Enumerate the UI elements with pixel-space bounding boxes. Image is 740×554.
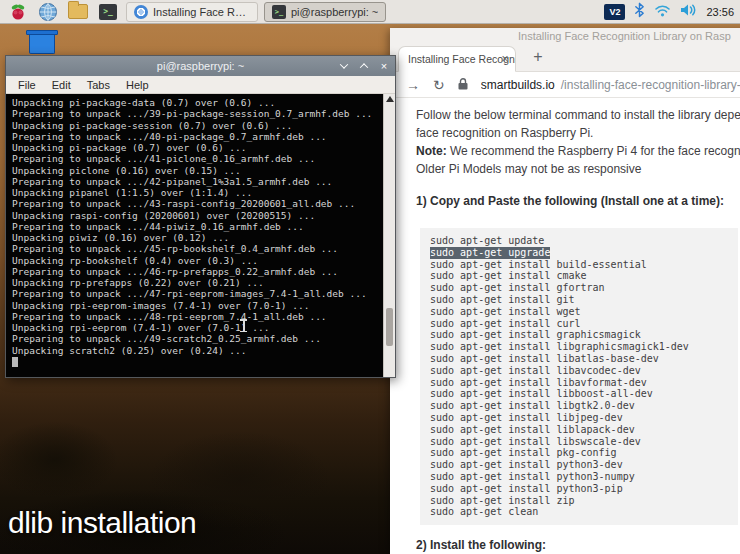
terminal-line: Preparing to unpack .../46-rp-prefapps_0… <box>12 266 381 277</box>
new-tab-button[interactable]: + <box>526 47 550 69</box>
taskbar: Installing Face Recog... pi@raspberrypi:… <box>0 0 740 24</box>
terminal-line: Unpacking scratch2 (0.25) over (0.24) ..… <box>12 345 381 356</box>
chevron-down-icon <box>340 60 348 68</box>
browser-toolbar: → ↻ smartbuilds.io/installing-face-recog… <box>390 72 740 98</box>
volume-icon[interactable] <box>680 3 697 21</box>
menu-item[interactable]: File <box>18 79 36 91</box>
code-block[interactable]: sudo apt-get updatesudo apt-get upgrades… <box>420 228 738 525</box>
lock-icon <box>458 76 468 94</box>
terminal-line: Preparing to unpack .../47-rpi-eeprom-im… <box>12 288 381 299</box>
bluetooth-icon[interactable] <box>634 2 645 22</box>
terminal-window: pi@raspberrypi: ~ FileEditTabsHelp Unpac… <box>5 55 396 378</box>
mouse-cursor-ibeam <box>239 319 248 332</box>
file-manager-icon[interactable] <box>66 2 90 22</box>
vnc-icon[interactable]: V2 <box>604 4 625 20</box>
taskbar-window-terminal[interactable]: pi@raspberrypi: ~ <box>264 2 386 22</box>
raspberry-menu-icon[interactable] <box>6 2 30 22</box>
code-line: sudo apt-get install libboost-all-dev <box>430 388 653 400</box>
paragraph-line: Follow the below terminal command to ins… <box>416 108 740 122</box>
code-line: sudo apt-get install libavcodec-dev <box>430 365 641 377</box>
wifi-icon[interactable] <box>654 3 671 21</box>
terminal-line: Preparing to unpack .../40-pi-package_0.… <box>12 131 381 142</box>
code-line: sudo apt-get update <box>430 235 544 247</box>
terminal-titlebar[interactable]: pi@raspberrypi: ~ <box>6 56 395 76</box>
desktop: Installing Face Recognition Library on R… <box>0 0 740 554</box>
code-line: sudo apt-get install libjpeg-dev <box>430 412 623 424</box>
terminal-line: Preparing to unpack .../41-piclone_0.16_… <box>12 153 381 164</box>
reload-icon[interactable]: ↻ <box>433 77 445 93</box>
code-line: sudo apt-get install zip <box>430 495 575 507</box>
terminal-line: Preparing to unpack .../44-piwiz_0.16_ar… <box>12 221 381 232</box>
address-bar[interactable]: smartbuilds.io/installing-face-recogniti… <box>481 78 740 92</box>
tab-close-icon[interactable]: × <box>498 53 512 67</box>
code-line: sudo apt-get install libgtk2.0-dev <box>430 400 635 412</box>
menu-item[interactable]: Help <box>126 79 149 91</box>
terminal-line: Unpacking pi-package (0.7) over (0.6) ..… <box>12 142 381 153</box>
code-line: sudo apt-get install graphicsmagick <box>430 329 641 341</box>
code-line: sudo apt-get install python3-pip <box>430 483 623 495</box>
terminal-line: Unpacking rp-prefapps (0.22) over (0.21)… <box>12 277 381 288</box>
terminal-line: Unpacking rp-bookshelf (0.4) over (0.3) … <box>12 255 381 266</box>
terminal-line: Unpacking pi-package-data (0.7) over (0.… <box>12 97 381 108</box>
maximize-button[interactable] <box>357 59 371 73</box>
close-button[interactable] <box>377 59 391 73</box>
url-domain: smartbuilds.io <box>481 78 555 92</box>
code-line: sudo apt-get install libgraphicsmagick1-… <box>430 341 689 353</box>
terminal-line: Preparing to unpack .../42-pipanel_1%3a1… <box>12 176 381 187</box>
code-line: sudo apt-get install build-essential <box>430 259 647 271</box>
terminal-window-controls <box>337 59 391 73</box>
paragraph-line: face recognition on Raspberry Pi. <box>416 126 593 140</box>
menu-item[interactable]: Tabs <box>87 79 110 91</box>
browser-tabstrip: Installing Face Recognit × + <box>390 44 740 72</box>
code-line: sudo apt-get upgrade <box>430 247 550 259</box>
browser-window: Installing Face Recognition Library on R… <box>390 28 740 554</box>
terminal-body[interactable]: Unpacking pi-package-data (0.7) over (0.… <box>6 94 395 377</box>
code-line: sudo apt-get install curl <box>430 318 581 330</box>
url-path: /installing-face-recognition-library-on-… <box>561 78 740 92</box>
code-line: sudo apt-get install python3-numpy <box>430 471 635 483</box>
terminal-menubar: FileEditTabsHelp <box>6 76 395 94</box>
terminal-line: Unpacking pipanel (1:1.5) over (1:1.4) .… <box>12 187 381 198</box>
code-line: sudo apt-get install git <box>430 294 575 306</box>
code-line: sudo apt-get install gfortran <box>430 282 605 294</box>
taskbar-window-label: Installing Face Recog... <box>153 6 250 18</box>
scrollbar-thumb[interactable] <box>386 308 393 346</box>
terminal-output: Unpacking pi-package-data (0.7) over (0.… <box>12 97 381 356</box>
scroll-up-arrow-icon[interactable] <box>386 96 394 102</box>
terminal-line: Unpacking rpi-eeprom-images (7.4-1) over… <box>12 300 381 311</box>
shade-button[interactable] <box>337 59 351 73</box>
trash-icon[interactable] <box>26 30 58 56</box>
terminal-line: Preparing to unpack .../49-scratch2_0.25… <box>12 333 381 344</box>
taskbar-window-browser[interactable]: Installing Face Recog... <box>126 2 258 22</box>
step1-heading: 1) Copy and Paste the following (Install… <box>416 194 724 208</box>
code-line: sudo apt-get install libavformat-dev <box>430 377 647 389</box>
system-tray: V2 23:56 <box>604 2 734 22</box>
terminal-scrollbar[interactable] <box>383 94 395 377</box>
folder-icon <box>68 4 88 19</box>
code-line: sudo apt-get clean <box>430 506 538 518</box>
close-icon <box>381 61 387 72</box>
forward-icon[interactable]: → <box>406 77 420 93</box>
menu-item[interactable]: Edit <box>52 79 71 91</box>
step2-heading: 2) Install the following: <box>416 538 546 552</box>
terminal-line: Preparing to unpack .../45-rp-bookshelf_… <box>12 243 381 254</box>
chromium-icon <box>134 5 148 19</box>
code-line: sudo apt-get install libatlas-base-dev <box>430 353 659 365</box>
taskbar-window-label: pi@raspberrypi: ~ <box>291 6 378 18</box>
code-line: sudo apt-get install libswscale-dev <box>430 436 641 448</box>
note-label: Note: <box>416 144 447 158</box>
terminal-launcher-icon[interactable] <box>96 2 120 22</box>
browser-window-title: Installing Face Recognition Library on R… <box>518 30 731 42</box>
code-line: sudo apt-get install cmake <box>430 270 587 282</box>
terminal-line: Unpacking piclone (0.16) over (0.15) ... <box>12 165 381 176</box>
note-text: We recommend the Raspberry Pi 4 for the … <box>447 144 740 158</box>
browser-titlebar[interactable]: Installing Face Recognition Library on R… <box>390 28 740 44</box>
trash-bin <box>29 35 55 54</box>
web-browser-icon[interactable] <box>36 2 60 22</box>
video-caption: dlib installation <box>8 506 196 540</box>
clock: 23:56 <box>706 6 734 18</box>
webpage-content: Follow the below terminal command to ins… <box>390 98 740 553</box>
terminal-cursor <box>12 357 18 367</box>
terminal-line: Preparing to unpack .../48-rpi-eeprom_7.… <box>12 311 381 322</box>
terminal-line: Unpacking pi-package-session (0.7) over … <box>12 120 381 131</box>
